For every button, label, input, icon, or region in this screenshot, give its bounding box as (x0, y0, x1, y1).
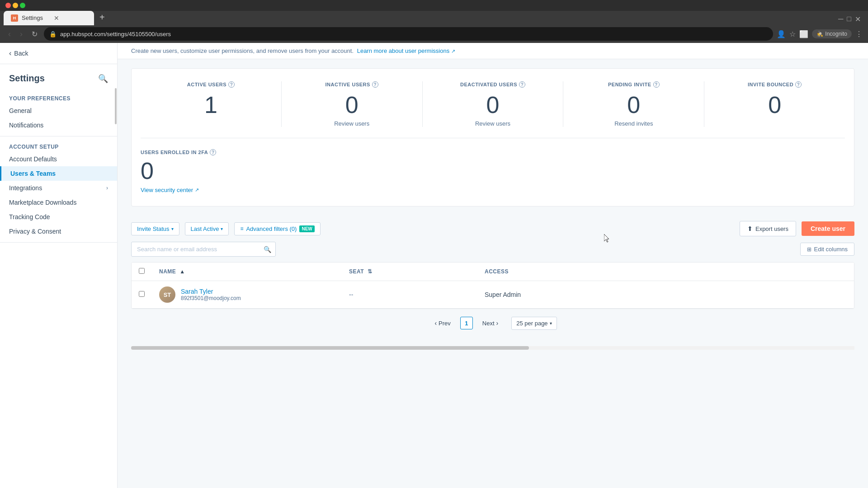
sidebar-search-icon[interactable]: 🔍 (98, 74, 108, 84)
sidebar-item-integrations[interactable]: Integrations › (0, 181, 117, 195)
stats-grid: ACTIVE USERS ? 1 INACTIVE USERS ? 0 Revi… (141, 81, 845, 127)
active-users-count: 1 (150, 93, 272, 117)
integrations-expand-icon: › (106, 185, 108, 191)
search-container: 🔍 ⊞ Edit columns (131, 242, 854, 257)
main-content: Create new users, customize user permiss… (118, 43, 868, 488)
search-input[interactable] (131, 242, 276, 257)
select-all-checkbox[interactable] (139, 268, 145, 274)
extension-icon[interactable]: ⬜ (799, 30, 808, 38)
review-deactivated-link[interactable]: Review users (432, 120, 554, 127)
menu-icon[interactable]: ⋮ (855, 30, 863, 38)
sidebar-item-tracking-code[interactable]: Tracking Code (0, 210, 117, 224)
sidebar-section-preferences: Your Preferences General Notifications (0, 88, 117, 136)
sidebar-header: Settings 🔍 (0, 64, 117, 88)
tab-close-btn[interactable]: ✕ (54, 14, 59, 22)
maximize-icon[interactable]: □ (847, 15, 851, 23)
user-name[interactable]: Sarah Tyler (181, 288, 241, 295)
next-arrow-icon: › (496, 319, 499, 327)
tab-title: Settings (22, 14, 43, 21)
export-users-btn[interactable]: ⬆ Export users (740, 221, 796, 236)
current-page-number[interactable]: 1 (460, 317, 473, 329)
deactivated-users-count: 0 (432, 93, 554, 117)
sidebar-section-account-setup: Account Setup Account Defaults Users & T… (0, 136, 117, 243)
pagination: ‹ Prev 1 Next › 25 per page ▾ (131, 309, 854, 337)
reload-nav-btn[interactable]: ↻ (29, 28, 40, 40)
per-page-chevron-icon: ▾ (550, 321, 552, 326)
table-header-access[interactable]: ACCESS (477, 263, 854, 281)
deactivated-users-info-icon[interactable]: ? (519, 81, 525, 88)
table-header-seat[interactable]: SEAT ⇅ (342, 263, 477, 281)
pending-invite-info-icon[interactable]: ? (653, 81, 660, 88)
row-checkbox[interactable] (139, 291, 145, 297)
last-active-filter[interactable]: Last Active ▾ (185, 222, 229, 235)
window-minimize-btn[interactable] (13, 3, 18, 8)
user-info: ST Sarah Tyler 892f3501@moodjoy.com (159, 286, 335, 303)
prev-page-btn[interactable]: ‹ Prev (429, 316, 456, 330)
back-chevron-icon: ‹ (9, 49, 11, 57)
seat-sort-icon: ⇅ (368, 268, 373, 275)
sidebar-title: Settings (9, 73, 45, 84)
next-page-btn[interactable]: Next › (476, 316, 504, 330)
columns-icon: ⊞ (807, 246, 811, 253)
sidebar-item-users-teams[interactable]: Users & Teams (0, 166, 117, 181)
section-title-account-setup: Account Setup (0, 140, 117, 152)
learn-more-link[interactable]: Learn more about user permissions ↗ (357, 47, 455, 54)
table-container: NAME ▲ SEAT ⇅ ACCESS (131, 262, 854, 309)
sidebar-item-general[interactable]: General (0, 103, 117, 118)
last-active-chevron-icon: ▾ (221, 226, 223, 231)
invite-status-chevron-icon: ▾ (171, 226, 174, 231)
active-users-info-icon[interactable]: ? (228, 81, 235, 88)
advanced-filters-btn[interactable]: ≡ Advanced filters (0) NEW (234, 222, 320, 235)
inactive-users-info-icon[interactable]: ? (372, 81, 378, 88)
twofa-count: 0 (141, 159, 845, 183)
sidebar-item-marketplace-downloads[interactable]: Marketplace Downloads (0, 195, 117, 210)
search-input-wrap: 🔍 (131, 242, 276, 257)
close-icon[interactable]: ✕ (855, 15, 861, 23)
address-text[interactable]: app.hubspot.com/settings/45105500/users (60, 31, 768, 38)
sidebar-item-privacy-consent[interactable]: Privacy & Consent (0, 224, 117, 239)
table-header-name[interactable]: NAME ▲ (152, 263, 342, 281)
section-title-preferences: Your Preferences (0, 92, 117, 103)
browser-tab-settings[interactable]: H Settings ✕ (4, 11, 94, 25)
sidebar-item-account-defaults[interactable]: Account Defaults (0, 152, 117, 166)
resend-invites-link[interactable]: Resend invites (572, 120, 695, 127)
stat-inactive-users: INACTIVE USERS ? 0 Review users (282, 81, 423, 127)
security-center-link[interactable]: View security center ↗ (141, 187, 199, 193)
new-tab-button[interactable]: + (96, 12, 108, 23)
review-inactive-link[interactable]: Review users (291, 120, 413, 127)
back-nav-btn[interactable]: ‹ (5, 28, 14, 41)
forward-nav-btn[interactable]: › (17, 28, 25, 41)
sidebar-item-notifications[interactable]: Notifications (0, 118, 117, 132)
search-submit-icon[interactable]: 🔍 (264, 246, 271, 253)
minimize-icon[interactable]: ─ (838, 15, 843, 23)
create-user-btn[interactable]: Create user (802, 221, 854, 236)
incognito-icon: 👤 (777, 30, 786, 38)
inactive-users-count: 0 (291, 93, 413, 117)
name-sort-icon: ▲ (179, 268, 185, 275)
new-badge: NEW (299, 225, 314, 232)
twofa-info-icon[interactable]: ? (210, 149, 216, 155)
twofa-label: USERS ENROLLED IN 2FA ? (141, 149, 845, 155)
filter-bar: Invite Status ▾ Last Active ▾ ≡ Advanced… (131, 216, 854, 242)
inactive-users-label: INACTIVE USERS ? (291, 81, 413, 88)
invite-bounced-label: INVITE BOUNCED ? (713, 81, 836, 88)
table-header-checkbox[interactable] (132, 263, 152, 281)
sidebar: ‹ Back Settings 🔍 Your Preferences Gener… (0, 43, 118, 488)
edit-columns-btn[interactable]: ⊞ Edit columns (800, 243, 854, 256)
per-page-select[interactable]: 25 per page ▾ (511, 317, 557, 330)
security-link-external-icon: ↗ (195, 187, 199, 193)
window-maximize-btn[interactable] (20, 3, 25, 8)
back-button[interactable]: ‹ Back (0, 43, 117, 64)
active-users-label: ACTIVE USERS ? (150, 81, 272, 88)
prev-arrow-icon: ‹ (434, 319, 437, 327)
star-icon[interactable]: ☆ (789, 30, 796, 38)
window-close-btn[interactable] (5, 3, 11, 8)
external-link-icon: ↗ (451, 48, 455, 54)
user-access: Super Admin (477, 281, 854, 309)
invite-bounced-count: 0 (713, 93, 836, 117)
horizontal-scrollbar[interactable] (131, 346, 854, 350)
invite-status-filter[interactable]: Invite Status ▾ (131, 222, 179, 235)
pending-invite-count: 0 (572, 93, 695, 117)
invite-bounced-info-icon[interactable]: ? (795, 81, 802, 88)
avatar: ST (159, 286, 175, 303)
